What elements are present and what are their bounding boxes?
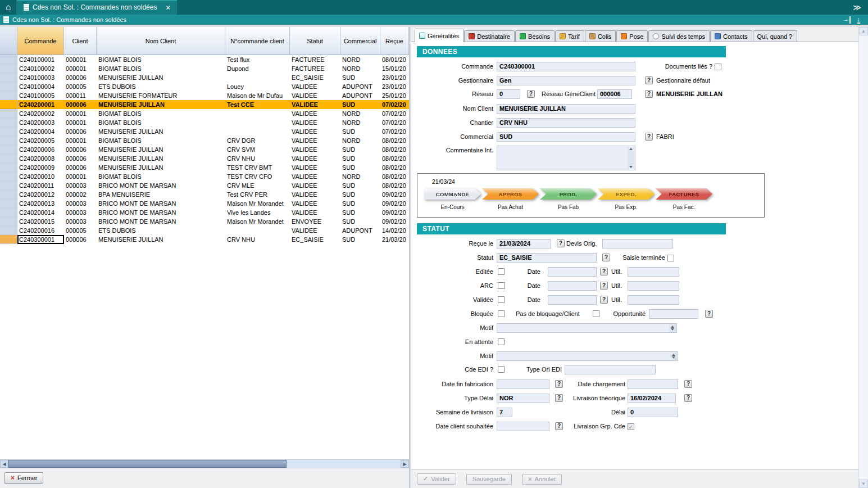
row-selector[interactable] bbox=[0, 208, 17, 217]
tab-close-icon[interactable]: × bbox=[166, 3, 170, 12]
row-selector[interactable] bbox=[0, 82, 17, 91]
row-selector[interactable] bbox=[0, 217, 17, 226]
reseau-gene-field[interactable]: 000006 bbox=[597, 89, 632, 99]
help-button[interactable]: ? bbox=[645, 90, 653, 98]
reseau-field[interactable]: 0 bbox=[497, 89, 520, 99]
table-row[interactable]: C240200002000001BIGMAT BLOISVALIDEENORD0… bbox=[0, 109, 409, 118]
help-button[interactable]: ? bbox=[555, 380, 563, 388]
help-button[interactable]: ? bbox=[555, 394, 563, 402]
scrollbar-thumb[interactable] bbox=[8, 460, 287, 468]
opportunite-field[interactable] bbox=[649, 309, 698, 319]
cde-edi-checkbox[interactable] bbox=[498, 366, 505, 373]
table-row[interactable]: C240200014000003BRICO MONT DE MARSANVive… bbox=[0, 208, 409, 217]
tab-qui-quand-[interactable]: Qui, quand ? bbox=[753, 30, 797, 42]
devis-field[interactable] bbox=[602, 239, 673, 248]
select-all-header[interactable] bbox=[0, 27, 17, 55]
validee-checkbox[interactable] bbox=[498, 296, 505, 303]
scroll-down-icon[interactable]: ▼ bbox=[859, 480, 868, 488]
help-button[interactable]: ? bbox=[557, 240, 565, 247]
table-row[interactable]: C240200008000006MENUISERIE JUILLANCRV NH… bbox=[0, 154, 409, 163]
arc-date-field[interactable] bbox=[548, 281, 597, 291]
row-selector[interactable] bbox=[0, 235, 17, 244]
motif-combo[interactable] bbox=[497, 323, 677, 333]
commercial-field[interactable]: SUD bbox=[497, 132, 635, 142]
row-selector[interactable] bbox=[0, 100, 17, 109]
spinner-icon[interactable] bbox=[669, 324, 676, 332]
nom-client-field[interactable]: MENUISERIE JUILLAN bbox=[497, 104, 635, 114]
row-selector[interactable] bbox=[0, 181, 17, 190]
row-selector[interactable] bbox=[0, 199, 17, 208]
row-selector[interactable] bbox=[0, 136, 17, 145]
row-selector[interactable] bbox=[0, 109, 17, 118]
row-selector[interactable] bbox=[0, 190, 17, 199]
table-row[interactable]: C240100004000005ETS DUBOISLoueyVALIDEEAD… bbox=[0, 82, 409, 91]
tab-pose[interactable]: Pose bbox=[616, 30, 648, 42]
help-button[interactable]: ? bbox=[600, 282, 608, 290]
help-button[interactable]: ? bbox=[527, 90, 535, 98]
tab-colis[interactable]: Colis bbox=[585, 30, 616, 42]
statut-field[interactable]: EC_SAISIE bbox=[497, 253, 597, 263]
validee-date-field[interactable] bbox=[548, 295, 597, 305]
help-button[interactable]: ? bbox=[705, 310, 713, 318]
horizontal-scrollbar[interactable]: ◀ ▶ bbox=[0, 459, 409, 468]
type-delai-field[interactable]: NOR bbox=[497, 394, 549, 403]
table-row[interactable]: C240100005000011MENUISERIE FORMATEURMais… bbox=[0, 91, 409, 100]
pas-bloquage-checkbox[interactable] bbox=[593, 310, 599, 317]
table-row[interactable]: C240100002000001BIGMAT BLOISDupondFACTUR… bbox=[0, 64, 409, 73]
row-selector[interactable] bbox=[0, 91, 17, 100]
saisie-terminee-checkbox[interactable] bbox=[667, 255, 674, 261]
column-header[interactable]: Commande bbox=[17, 27, 64, 55]
column-header[interactable]: Commercial bbox=[340, 27, 380, 55]
vertical-scrollbar[interactable]: ▲ ▼ bbox=[858, 27, 868, 488]
livraison-field[interactable]: 16/02/2024 bbox=[628, 394, 676, 403]
row-selector[interactable] bbox=[0, 64, 17, 73]
valider-button[interactable]: ✓ Valider bbox=[417, 473, 456, 485]
tab-contacts[interactable]: Contacts bbox=[710, 30, 752, 42]
row-selector[interactable] bbox=[0, 172, 17, 181]
export-icon[interactable]: → bbox=[843, 16, 851, 24]
column-header[interactable]: N°commande client bbox=[225, 27, 290, 55]
tab-tarif[interactable]: Tarif bbox=[555, 30, 584, 42]
scroll-left-icon[interactable]: ◀ bbox=[0, 460, 8, 468]
row-selector[interactable] bbox=[0, 145, 17, 154]
download-icon[interactable]: ↓ bbox=[857, 16, 861, 24]
help-button[interactable]: ? bbox=[555, 422, 563, 430]
delai-field[interactable]: 0 bbox=[628, 408, 678, 417]
table-row[interactable]: C240200013000003BRICO MONT DE MARSANMais… bbox=[0, 199, 409, 208]
table-row[interactable]: C240200004000006MENUISERIE JUILLANVALIDE… bbox=[0, 127, 409, 136]
row-selector[interactable] bbox=[0, 154, 17, 163]
help-button[interactable]: ? bbox=[600, 268, 608, 275]
livraison-grp-checkbox[interactable]: ✓ bbox=[628, 423, 634, 430]
row-selector[interactable] bbox=[0, 163, 17, 172]
gestionnaire-field[interactable]: Gen bbox=[497, 76, 635, 85]
tab-destinataire[interactable]: Destinataire bbox=[464, 30, 515, 42]
scroll-up-icon[interactable]: ▲ bbox=[859, 27, 868, 35]
en-attente-checkbox[interactable] bbox=[498, 338, 505, 345]
row-selector[interactable] bbox=[0, 118, 17, 127]
column-header[interactable]: Reçue bbox=[380, 27, 409, 55]
table-row[interactable]: C240300001000006MENUISERIE JUILLANCRV NH… bbox=[0, 235, 409, 244]
table-row[interactable]: C240100003000006MENUISERIE JUILLANEC_SAI… bbox=[0, 73, 409, 82]
date-fin-field[interactable] bbox=[497, 379, 549, 389]
date-chargement-field[interactable] bbox=[628, 379, 678, 389]
tab-besoins[interactable]: Besoins bbox=[515, 30, 555, 42]
commentaire-field[interactable] bbox=[497, 146, 635, 170]
row-selector[interactable] bbox=[0, 127, 17, 136]
table-row[interactable]: C240200011000003BRICO MONT DE MARSANCRV … bbox=[0, 181, 409, 190]
arc-util-field[interactable] bbox=[628, 281, 679, 291]
date-client-field[interactable] bbox=[497, 422, 549, 431]
chantier-field[interactable]: CRV NHU bbox=[497, 118, 635, 128]
table-row[interactable]: C240200003000001BIGMAT BLOISVALIDEENORD0… bbox=[0, 118, 409, 127]
recue-field[interactable]: 21/03/2024 bbox=[497, 239, 551, 248]
table-row[interactable]: C240200010000001BIGMAT BLOISTEST CRV CFO… bbox=[0, 172, 409, 181]
arc-checkbox[interactable] bbox=[498, 282, 505, 289]
help-button[interactable]: ? bbox=[684, 380, 692, 388]
tab-suivi-des-temps[interactable]: Suivi des temps bbox=[648, 30, 710, 42]
table-row[interactable]: C240200006000006MENUISERIE JUILLANCRV SV… bbox=[0, 145, 409, 154]
table-row[interactable]: C240200015000003BRICO MONT DE MARSANMais… bbox=[0, 217, 409, 226]
editee-date-field[interactable] bbox=[548, 267, 597, 277]
documents-lies-checkbox[interactable] bbox=[715, 64, 721, 70]
tab-g-n-ralit-s[interactable]: Généralités bbox=[415, 29, 463, 42]
table-row[interactable]: C240200001000006MENUISERIE JUILLANTest C… bbox=[0, 100, 409, 109]
bloquee-checkbox[interactable] bbox=[498, 310, 505, 317]
